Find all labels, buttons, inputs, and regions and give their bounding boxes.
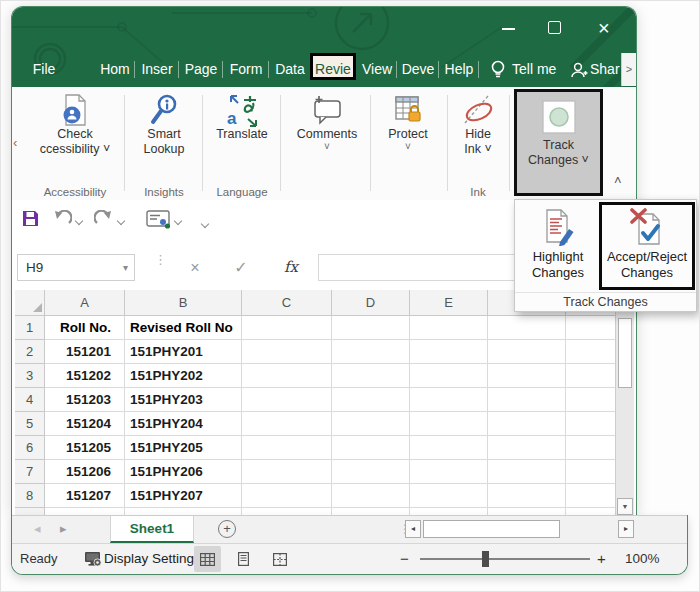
- cell[interactable]: [242, 484, 332, 508]
- share-person-icon[interactable]: [570, 61, 588, 83]
- cell-b4[interactable]: 151PHY203: [125, 388, 242, 412]
- protect-button[interactable]: Protect ˅: [374, 91, 442, 151]
- column-header-c[interactable]: C: [242, 290, 332, 316]
- sheet-next-icon[interactable]: ▸: [60, 521, 67, 536]
- redo-icon[interactable]: [94, 210, 114, 232]
- tab-page-layout[interactable]: Page: [180, 52, 222, 87]
- tell-me-label[interactable]: Tell me: [512, 52, 556, 87]
- cell-a8[interactable]: 151207: [45, 484, 125, 508]
- zoom-in-button[interactable]: +: [597, 544, 606, 574]
- translate-button[interactable]: a Translate: [206, 91, 278, 142]
- customize-toolbar-icon[interactable]: [200, 213, 211, 231]
- cell[interactable]: [488, 316, 566, 340]
- tab-data[interactable]: Data: [270, 52, 310, 87]
- cell[interactable]: [332, 316, 410, 340]
- cell-b6[interactable]: 151PHY205: [125, 436, 242, 460]
- redo-caret-icon[interactable]: [117, 217, 125, 225]
- cell[interactable]: [566, 508, 615, 515]
- display-settings-label[interactable]: Display Settings: [104, 544, 201, 574]
- maximize-button[interactable]: [548, 21, 561, 34]
- cell[interactable]: [488, 484, 566, 508]
- page-layout-view-icon[interactable]: [230, 546, 257, 572]
- cell[interactable]: [410, 340, 488, 364]
- cell[interactable]: [566, 316, 615, 340]
- cell[interactable]: [332, 436, 410, 460]
- close-button[interactable]: ×: [598, 18, 610, 38]
- lightbulb-icon[interactable]: [490, 59, 506, 85]
- row-header[interactable]: 6: [15, 436, 45, 460]
- column-header-a[interactable]: A: [45, 290, 125, 316]
- cell-a6[interactable]: 151205: [45, 436, 125, 460]
- cell[interactable]: [566, 484, 615, 508]
- collapse-ribbon-icon[interactable]: ˄: [614, 173, 622, 188]
- cell[interactable]: [332, 484, 410, 508]
- normal-view-icon[interactable]: [194, 546, 221, 572]
- row-header[interactable]: [15, 508, 45, 515]
- highlight-changes-item[interactable]: Highlight Changes: [517, 205, 599, 290]
- cell-a3[interactable]: 151202: [45, 364, 125, 388]
- cell[interactable]: [242, 316, 332, 340]
- cell[interactable]: [488, 412, 566, 436]
- insert-function-icon[interactable]: fx: [274, 254, 308, 281]
- smart-lookup-button[interactable]: Smart Lookup: [128, 91, 200, 157]
- check-accessibility-button[interactable]: Check ccessibility ˅: [32, 91, 118, 157]
- name-box-caret-icon[interactable]: ▾: [123, 255, 128, 280]
- share-card-icon[interactable]: [146, 210, 171, 234]
- cell-a5[interactable]: 151204: [45, 412, 125, 436]
- sheet-prev-icon[interactable]: ◂: [34, 521, 41, 536]
- horizontal-scrollbar-thumb[interactable]: [423, 520, 560, 538]
- tab-home[interactable]: Hom: [96, 52, 134, 87]
- zoom-slider-thumb[interactable]: [482, 551, 489, 567]
- minimize-button[interactable]: [502, 28, 515, 30]
- zoom-level[interactable]: 100%: [625, 544, 660, 574]
- save-icon[interactable]: [22, 210, 39, 231]
- cell[interactable]: [410, 364, 488, 388]
- column-header-b[interactable]: B: [125, 290, 242, 316]
- cell[interactable]: [242, 436, 332, 460]
- cancel-icon[interactable]: ×: [180, 254, 210, 281]
- row-header[interactable]: 4: [15, 388, 45, 412]
- track-changes-button-highlighted[interactable]: Track Changes ˅: [514, 89, 603, 196]
- cell[interactable]: [332, 388, 410, 412]
- cell[interactable]: [242, 412, 332, 436]
- cell-b5[interactable]: 151PHY204: [125, 412, 242, 436]
- cell[interactable]: [332, 460, 410, 484]
- cell[interactable]: [125, 508, 242, 515]
- cell[interactable]: [488, 508, 566, 515]
- cell-b7[interactable]: 151PHY206: [125, 460, 242, 484]
- vertical-scrollbar-thumb[interactable]: [618, 318, 632, 388]
- hide-ink-button[interactable]: Hide Ink ˅: [450, 91, 506, 157]
- row-header[interactable]: 7: [15, 460, 45, 484]
- cell[interactable]: [410, 316, 488, 340]
- cell[interactable]: [332, 412, 410, 436]
- cell[interactable]: [242, 340, 332, 364]
- cell[interactable]: [566, 340, 615, 364]
- row-header[interactable]: 1: [15, 316, 45, 340]
- undo-caret-icon[interactable]: [75, 217, 83, 225]
- zoom-out-button[interactable]: −: [400, 544, 409, 574]
- column-header-d[interactable]: D: [332, 290, 410, 316]
- accept-reject-changes-item-highlighted[interactable]: Accept/Reject Changes: [599, 202, 695, 290]
- tab-help[interactable]: Help: [440, 52, 478, 87]
- cell-a7[interactable]: 151206: [45, 460, 125, 484]
- page-break-view-icon[interactable]: [266, 546, 293, 572]
- sheet-tab-sheet1[interactable]: Sheet1: [110, 516, 194, 543]
- ribbon-scroll-left-icon[interactable]: ‹: [13, 135, 17, 150]
- cell[interactable]: [332, 340, 410, 364]
- cell[interactable]: [410, 460, 488, 484]
- cell-b8[interactable]: 151PHY207: [125, 484, 242, 508]
- cell[interactable]: [566, 460, 615, 484]
- cell[interactable]: [45, 508, 125, 515]
- vertical-scrollbar[interactable]: ▼: [615, 290, 634, 515]
- cell-b2[interactable]: 151PHY201: [125, 340, 242, 364]
- enter-check-icon[interactable]: ✓: [226, 254, 256, 281]
- cell-b3[interactable]: 151PHY202: [125, 364, 242, 388]
- tab-review-highlighted[interactable]: Revie: [310, 53, 356, 80]
- cell[interactable]: [242, 364, 332, 388]
- share-card-caret-icon[interactable]: [174, 217, 182, 225]
- column-header-e[interactable]: E: [410, 290, 488, 316]
- scroll-down-icon[interactable]: ▼: [617, 498, 633, 515]
- cell[interactable]: [566, 412, 615, 436]
- cell[interactable]: [242, 508, 332, 515]
- hscroll-right-icon[interactable]: ▸: [618, 520, 634, 538]
